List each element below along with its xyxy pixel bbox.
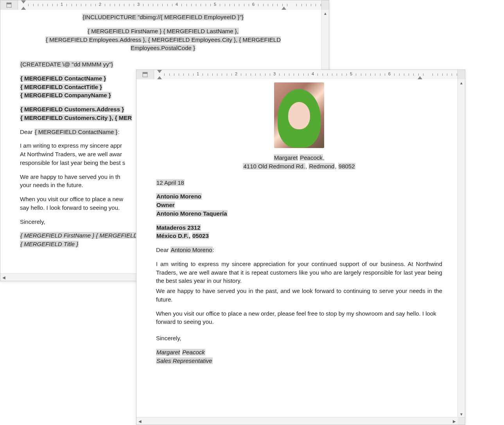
ruler-tick bbox=[241, 73, 241, 76]
ruler-tick bbox=[38, 4, 38, 6]
merged-lastname: Peacock bbox=[300, 154, 323, 161]
ruler-tick bbox=[158, 4, 158, 6]
right-indent-marker-icon[interactable] bbox=[418, 76, 422, 79]
ruler-tick bbox=[423, 73, 423, 76]
ruler-tick bbox=[148, 4, 149, 6]
scroll-down-icon[interactable]: ▼ bbox=[458, 411, 465, 418]
merged-date: 12 April 18 bbox=[156, 179, 185, 186]
ruler-tick bbox=[212, 73, 213, 76]
merged-body-para3: When you visit our office to place a new… bbox=[156, 309, 442, 327]
first-line-indent-marker-icon[interactable] bbox=[21, 0, 26, 4]
ruler-tick bbox=[66, 4, 67, 6]
ruler-tick bbox=[452, 73, 452, 76]
ruler-bar: 123456 bbox=[0, 0, 329, 10]
ruler-tick bbox=[143, 4, 143, 6]
merged-contacttitle: Owner bbox=[156, 202, 175, 208]
ruler-number: 2 bbox=[99, 2, 101, 7]
merged-cust-address: Mataderos 2312 bbox=[156, 224, 201, 231]
ruler-tick bbox=[124, 4, 124, 6]
scroll-up-icon[interactable]: ▲ bbox=[458, 79, 465, 86]
ruler-number: 5 bbox=[350, 71, 352, 76]
ruler-tick bbox=[409, 73, 409, 76]
ruler-tick bbox=[183, 73, 184, 76]
ruler-tick bbox=[399, 73, 400, 76]
ruler-tick bbox=[260, 73, 260, 76]
ruler-tick bbox=[332, 73, 332, 76]
ruler-tick bbox=[273, 4, 273, 6]
ruler-tick bbox=[418, 73, 419, 76]
ruler-tick bbox=[217, 73, 217, 76]
ruler-corner-icon bbox=[0, 0, 18, 10]
scroll-left-icon[interactable]: ◀ bbox=[136, 418, 143, 425]
ruler-tick bbox=[361, 73, 361, 76]
ruler-end-cap bbox=[322, 0, 329, 10]
ruler-tick bbox=[296, 4, 297, 6]
ruler-tick bbox=[289, 73, 289, 76]
ruler-tick bbox=[346, 73, 347, 76]
ruler-tick bbox=[366, 73, 366, 76]
ruler-tick bbox=[279, 73, 280, 76]
ruler-number: 6 bbox=[252, 2, 255, 7]
field-contactname: { MERGEFIELD ContactName } bbox=[20, 75, 106, 82]
merged-sig-first: Margaret bbox=[156, 349, 180, 355]
ruler-tick bbox=[277, 4, 278, 6]
ruler-tick bbox=[413, 73, 414, 76]
merged-cust-postal: 05023 bbox=[192, 232, 209, 239]
ruler-tick bbox=[316, 4, 316, 6]
ruler-number: 3 bbox=[137, 2, 140, 7]
ruler-tick bbox=[249, 4, 249, 6]
ruler-tick bbox=[52, 4, 53, 6]
merged-cust-city: México D.F. bbox=[156, 232, 189, 239]
ruler-tick bbox=[447, 73, 447, 76]
left-indent-marker-icon[interactable] bbox=[157, 76, 162, 79]
ruler-tick bbox=[119, 4, 120, 6]
ruler-tick bbox=[442, 73, 443, 76]
ruler-tick bbox=[432, 73, 433, 76]
horizontal-ruler[interactable]: 123456 bbox=[18, 0, 322, 10]
ruler-tick bbox=[91, 4, 91, 6]
ruler-tick bbox=[255, 73, 256, 76]
ruler-tick bbox=[263, 4, 264, 6]
horizontal-ruler[interactable]: 123456 bbox=[154, 70, 458, 79]
scroll-left-icon[interactable]: ◀ bbox=[0, 274, 7, 281]
ruler-tick bbox=[321, 4, 321, 6]
left-indent-marker-icon[interactable] bbox=[21, 7, 26, 10]
ruler-tick bbox=[220, 4, 220, 6]
first-line-indent-marker-icon[interactable] bbox=[157, 70, 162, 73]
field-companyname: { MERGEFIELD CompanyName } bbox=[20, 92, 111, 98]
scroll-right-icon[interactable]: ▶ bbox=[451, 418, 458, 425]
ruler-tick bbox=[375, 73, 375, 76]
ruler-tick bbox=[76, 4, 77, 6]
ruler-tick bbox=[282, 4, 283, 6]
ruler-tick bbox=[210, 4, 211, 6]
ruler-tick bbox=[169, 73, 170, 76]
merged-page: Margaret Peacock, 4110 Old Redmond Rd., … bbox=[136, 79, 458, 418]
scroll-up-icon[interactable]: ▲ bbox=[322, 10, 329, 17]
ruler-number: 2 bbox=[235, 71, 237, 76]
ruler-tick bbox=[187, 4, 187, 6]
merged-sig-title: Sales Representative bbox=[156, 357, 213, 364]
ruler-tick bbox=[115, 4, 115, 6]
scrollbar-corner bbox=[458, 418, 465, 425]
ruler-tick bbox=[225, 4, 225, 6]
ruler-tick bbox=[193, 73, 194, 76]
ruler-tick bbox=[234, 4, 235, 6]
dear-label: Dear bbox=[20, 129, 34, 135]
ruler-tick bbox=[294, 73, 294, 76]
ruler-tick bbox=[129, 4, 129, 6]
ruler-number: 5 bbox=[214, 2, 216, 7]
horizontal-scrollbar[interactable]: ◀ ▶ bbox=[136, 417, 465, 425]
ruler-tick bbox=[28, 4, 29, 6]
merged-body-para1: I am writing to express my sincere appre… bbox=[156, 260, 442, 285]
ruler-tick bbox=[203, 73, 203, 76]
ruler-tick bbox=[457, 73, 457, 76]
ruler-number: 3 bbox=[273, 71, 276, 76]
ruler-tick bbox=[270, 73, 270, 76]
merged-contactname: Antonio Moreno bbox=[156, 193, 202, 200]
ruler-tick bbox=[95, 4, 96, 6]
right-indent-marker-icon[interactable] bbox=[282, 7, 286, 10]
ruler-tick bbox=[231, 73, 232, 76]
vertical-scrollbar[interactable]: ▲ ▼ bbox=[457, 79, 465, 418]
ruler-corner-icon bbox=[136, 70, 154, 79]
ruler-tick bbox=[438, 73, 438, 76]
